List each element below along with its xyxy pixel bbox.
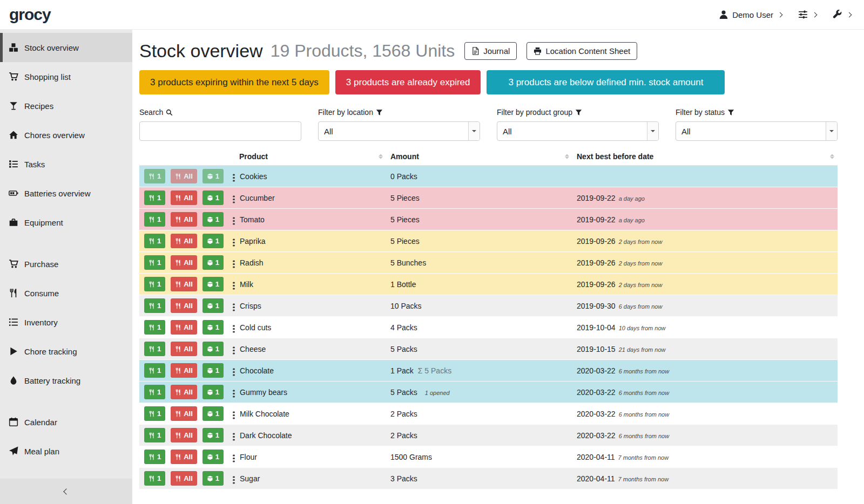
open-one-button[interactable]: 1	[202, 234, 224, 248]
settings-menu[interactable]	[798, 10, 816, 19]
open-one-button[interactable]: 1	[202, 385, 224, 399]
consume-one-button[interactable]: 1	[144, 471, 165, 486]
row-menu-button[interactable]	[229, 449, 239, 464]
consume-one-button[interactable]: 1	[144, 449, 165, 464]
consume-one-button[interactable]: 1	[144, 234, 165, 248]
consume-all-button[interactable]: All	[171, 342, 197, 356]
best-before-date: 2020-04-11	[577, 453, 615, 461]
row-menu-button[interactable]	[229, 363, 239, 378]
consume-all-button[interactable]: All	[171, 255, 197, 270]
expiring-soon-alert[interactable]: 3 products expiring within the next 5 da…	[139, 70, 329, 94]
row-menu-button[interactable]	[229, 385, 239, 399]
consume-all-button[interactable]: All	[171, 406, 197, 421]
consume-one-button[interactable]: 1	[144, 363, 165, 378]
open-one-button[interactable]: 1	[202, 406, 224, 421]
consume-one-button[interactable]: 1	[144, 298, 165, 313]
sidebar-item[interactable]: Purchase	[0, 249, 132, 278]
sidebar-item[interactable]: Meal plan	[0, 437, 132, 466]
row-menu-button[interactable]	[229, 406, 239, 421]
consume-all-button[interactable]: All	[171, 277, 197, 291]
sort-icon[interactable]	[565, 152, 569, 161]
best-before-date: 2020-03-22	[577, 410, 616, 418]
row-menu-button[interactable]	[229, 255, 239, 270]
sidebar-item[interactable]: Stock overview	[0, 33, 132, 62]
table-row: 1 All 1	[139, 468, 838, 489]
consume-all-button[interactable]: All	[171, 298, 197, 313]
sidebar-item[interactable]: Battery tracking	[0, 366, 132, 395]
consume-all-button[interactable]: All	[171, 363, 197, 378]
row-menu-button[interactable]	[229, 169, 239, 183]
consume-one-button[interactable]: 1	[144, 406, 165, 421]
row-menu-button[interactable]	[229, 277, 239, 291]
consume-one-button[interactable]: 1	[144, 212, 165, 227]
sidebar-item[interactable]: Inventory	[0, 308, 132, 337]
product-column-header[interactable]: Product	[235, 148, 386, 166]
sidebar-item[interactable]: Batteries overview	[0, 179, 132, 208]
sidebar-item[interactable]: Tasks	[0, 149, 132, 179]
amount-column-header[interactable]: Amount	[386, 148, 572, 166]
open-one-button[interactable]: 1	[202, 190, 224, 205]
open-one-button[interactable]: 1	[202, 298, 224, 313]
open-one-button[interactable]: 1	[202, 169, 224, 183]
row-menu-button[interactable]	[229, 190, 239, 205]
sort-icon[interactable]	[830, 152, 834, 161]
consume-all-button[interactable]: All	[171, 190, 197, 205]
open-one-button[interactable]: 1	[202, 277, 224, 291]
sidebar-item[interactable]: Consume	[0, 278, 132, 308]
grocy-logo[interactable]: grocy	[9, 5, 51, 24]
consume-one-button[interactable]: 1	[144, 428, 165, 442]
row-menu-button[interactable]	[229, 234, 239, 248]
consume-one-button[interactable]: 1	[144, 277, 165, 291]
product-group-select[interactable]: All	[497, 121, 659, 141]
location-content-sheet-button[interactable]: Location Content Sheet	[526, 42, 637, 60]
sidebar-item[interactable]: Recipes	[0, 91, 132, 120]
consume-one-button[interactable]: 1	[144, 342, 165, 356]
consume-one-button[interactable]: 1	[144, 169, 165, 183]
best-before-column-header[interactable]: Next best before date	[572, 148, 838, 166]
open-one-button[interactable]: 1	[202, 342, 224, 356]
ellipsis-vertical-icon	[233, 199, 235, 201]
open-one-button[interactable]: 1	[202, 449, 224, 464]
open-one-button[interactable]: 1	[202, 320, 224, 335]
sidebar-item[interactable]: Calendar	[0, 407, 132, 437]
location-select[interactable]: All	[318, 121, 480, 141]
row-menu-button[interactable]	[229, 471, 239, 486]
row-menu-button[interactable]	[229, 212, 239, 227]
search-input[interactable]	[139, 121, 301, 141]
sidebar-item[interactable]: Equipment	[0, 208, 132, 237]
consume-one-button[interactable]: 1	[144, 385, 165, 399]
sidebar-item-label: Inventory	[24, 318, 58, 327]
consume-all-button[interactable]: All	[171, 428, 197, 442]
sidebar-item[interactable]: Chore tracking	[0, 337, 132, 366]
consume-one-button[interactable]: 1	[144, 255, 165, 270]
consume-all-button[interactable]: All	[171, 385, 197, 399]
user-menu[interactable]: Demo User	[719, 10, 782, 19]
sidebar-item[interactable]: Chores overview	[0, 120, 132, 149]
open-one-button[interactable]: 1	[202, 212, 224, 227]
consume-one-button[interactable]: 1	[144, 190, 165, 205]
consume-all-button[interactable]: All	[171, 449, 197, 464]
open-one-button[interactable]: 1	[202, 363, 224, 378]
ellipsis-vertical-icon	[233, 436, 235, 438]
consume-one-button[interactable]: 1	[144, 320, 165, 335]
open-one-button[interactable]: 1	[202, 471, 224, 486]
sort-icon[interactable]	[379, 152, 383, 161]
sidebar-item[interactable]: Shopping list	[0, 62, 132, 91]
admin-menu[interactable]	[833, 10, 851, 19]
consume-all-button[interactable]: All	[171, 320, 197, 335]
row-menu-button[interactable]	[229, 298, 239, 313]
consume-all-button[interactable]: All	[171, 212, 197, 227]
open-one-button[interactable]: 1	[202, 428, 224, 442]
consume-all-button[interactable]: All	[171, 471, 197, 486]
below-min-stock-alert[interactable]: 3 products are below defined min. stock …	[487, 70, 725, 94]
expired-alert[interactable]: 3 products are already expired	[335, 70, 481, 94]
journal-button[interactable]: Journal	[464, 42, 517, 60]
row-menu-button[interactable]	[229, 320, 239, 335]
consume-all-button[interactable]: All	[171, 234, 197, 248]
status-select[interactable]: All	[676, 121, 838, 141]
consume-all-button[interactable]: All	[171, 169, 197, 183]
open-one-button[interactable]: 1	[202, 255, 224, 270]
row-menu-button[interactable]	[229, 428, 239, 442]
sidebar-collapse-button[interactable]	[0, 479, 132, 504]
row-menu-button[interactable]	[229, 342, 239, 356]
